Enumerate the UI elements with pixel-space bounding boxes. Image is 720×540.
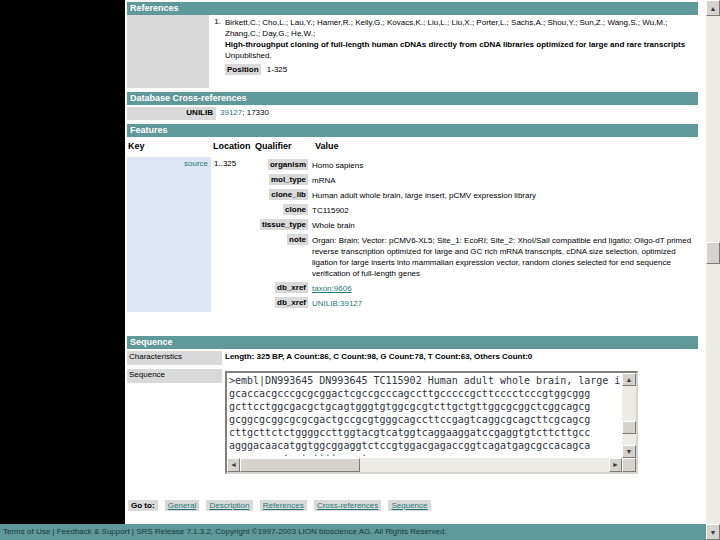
unilib-value: 39127; 17330 xyxy=(220,108,269,117)
features-col-qualifier: Qualifier xyxy=(255,141,292,151)
qualifier-row: db_xref taxon:9606 xyxy=(252,282,698,294)
qualifier-name: tissue_type xyxy=(260,219,308,230)
sequence-scroll-down-button[interactable]: ▼ xyxy=(622,445,636,458)
sequence-scrollbar-corner xyxy=(622,458,636,472)
qualifier-note-value: Organ: Brain; Vector: pCMV6-XL5; Site_1:… xyxy=(312,234,694,279)
footer-separator: | xyxy=(52,527,54,536)
taxon-link[interactable]: taxon:9606 xyxy=(312,284,352,293)
footer-bar: Terms of Use | Feedback & Support | SRS … xyxy=(0,524,706,540)
qualifier-row: clone TC115902 xyxy=(252,204,698,216)
sequence-scroll-left-button[interactable]: ◄ xyxy=(227,458,240,472)
sequence-text[interactable]: >embl|DN993645 DN993645 TC115902 Human a… xyxy=(229,374,620,456)
qualifier-name: clone_lib xyxy=(269,189,308,200)
page-content: References 1. Birkett,C.; Cho,L.; Lau,Y.… xyxy=(125,0,706,524)
qualifier-name: clone xyxy=(283,204,308,215)
reference-item: 1. Birkett,C.; Cho,L.; Lau,Y.; Hamer,R.;… xyxy=(209,17,697,74)
sequence-scroll-right-button[interactable]: ► xyxy=(609,458,622,472)
reference-position-value: 1-325 xyxy=(267,65,287,74)
sequence-hscroll-thumb[interactable] xyxy=(240,458,360,472)
reference-body: Birkett,C.; Cho,L.; Lau,Y.; Hamer,R.; Ke… xyxy=(225,17,695,74)
page-scroll-up-button[interactable]: ▲ xyxy=(706,0,720,16)
features-col-value: Value xyxy=(315,141,339,151)
feature-key-source-link[interactable]: source xyxy=(184,159,208,168)
page-vscrollbar[interactable] xyxy=(706,0,720,540)
feature-key-cell: source xyxy=(127,157,211,312)
page-scroll-down-button[interactable]: ▼ xyxy=(706,524,720,540)
qualifier-value: Whole brain xyxy=(312,219,694,231)
unilib-xref-link[interactable]: UNILIB:39127 xyxy=(312,299,362,308)
qualifier-row: tissue_type Whole brain xyxy=(252,219,698,231)
qualifier-name: mol_type xyxy=(269,174,308,185)
unilib-id-link[interactable]: 39127 xyxy=(220,108,242,117)
dbxref-header-label: Database Cross-references xyxy=(130,93,247,103)
reference-number: 1. xyxy=(209,17,221,74)
goto-link-general[interactable]: General xyxy=(168,501,196,510)
sequence-section-header: Sequence xyxy=(127,336,698,349)
qualifier-name: db_xref xyxy=(275,282,308,293)
reference-authors: Birkett,C.; Cho,L.; Lau,Y.; Hamer,R.; Ke… xyxy=(225,17,695,39)
sequence-label: Sequence xyxy=(127,369,222,383)
characteristics-value: Length: 325 BP, A Count:86, C Count:98, … xyxy=(225,352,532,361)
sequence-textarea[interactable]: >embl|DN993645 DN993645 TC115902 Human a… xyxy=(225,371,638,474)
terms-of-use-link[interactable]: Terms of Use xyxy=(3,527,50,536)
qualifier-value: Homo sapiens xyxy=(312,159,694,171)
goto-link-description[interactable]: Description xyxy=(209,501,249,510)
dbxref-section-header: Database Cross-references xyxy=(127,92,698,105)
references-header-label: References xyxy=(130,3,179,13)
features-col-key: Key xyxy=(128,141,145,151)
qualifier-row: mol_type mRNA xyxy=(252,174,698,186)
unilib-rest: ; 17330 xyxy=(242,108,269,117)
references-row-spacer xyxy=(127,15,209,88)
features-header-label: Features xyxy=(130,125,168,135)
qualifier-name: note xyxy=(287,234,308,245)
references-section-header: References xyxy=(127,2,698,15)
goto-link-sequence[interactable]: Sequence xyxy=(391,501,427,510)
qualifier-name: organism xyxy=(268,159,308,170)
sequence-header-label: Sequence xyxy=(130,337,173,347)
reference-status: Unpublished. xyxy=(225,50,695,61)
feature-location-cell: 1..325 xyxy=(211,157,252,312)
sequence-vscroll-thumb[interactable] xyxy=(622,421,636,434)
goto-link-cross-references[interactable]: Cross-references xyxy=(317,501,378,510)
qualifier-value: Human adult whole brain, large insert, p… xyxy=(312,189,694,201)
srs-entry-page: References 1. Birkett,C.; Cho,L.; Lau,Y.… xyxy=(0,0,720,540)
qualifier-row: note Organ: Brain; Vector: pCMV6-XL5; Si… xyxy=(252,234,698,279)
sequence-scroll-up-button[interactable]: ▲ xyxy=(622,373,636,386)
feedback-support-link[interactable]: Feedback & Support xyxy=(57,527,130,536)
footer-copyright: SRS Release 7.1.3.2, Copyright ©1997-200… xyxy=(136,527,447,536)
reference-position-label: Position xyxy=(225,64,261,75)
page-vscroll-thumb[interactable] xyxy=(706,242,720,264)
goto-bar: Go to: General Description References Cr… xyxy=(128,500,688,511)
qualifier-row: organism Homo sapiens xyxy=(252,159,698,171)
feature-qualifiers: organism Homo sapiens mol_type mRNA clon… xyxy=(252,157,698,312)
qualifier-value: mRNA xyxy=(312,174,694,186)
qualifier-value: TC115902 xyxy=(312,204,694,216)
qualifier-row: db_xref UNILIB:39127 xyxy=(252,297,698,309)
characteristics-label: Characteristics xyxy=(127,351,222,365)
features-table-header: Key Location Qualifier Value xyxy=(125,141,698,156)
qualifier-row: clone_lib Human adult whole brain, large… xyxy=(252,189,698,201)
features-col-location: Location xyxy=(213,141,251,151)
goto-label: Go to: xyxy=(128,500,158,511)
unilib-label: UNILIB xyxy=(127,107,216,120)
reference-title: High-throughput cloning of full-length h… xyxy=(225,39,695,50)
qualifier-name: db_xref xyxy=(275,297,308,308)
features-table-body: source 1..325 organism Homo sapiens mol_… xyxy=(127,157,698,312)
goto-link-references[interactable]: References xyxy=(263,501,304,510)
features-section-header: Features xyxy=(127,124,698,137)
footer-separator: | xyxy=(132,527,134,536)
